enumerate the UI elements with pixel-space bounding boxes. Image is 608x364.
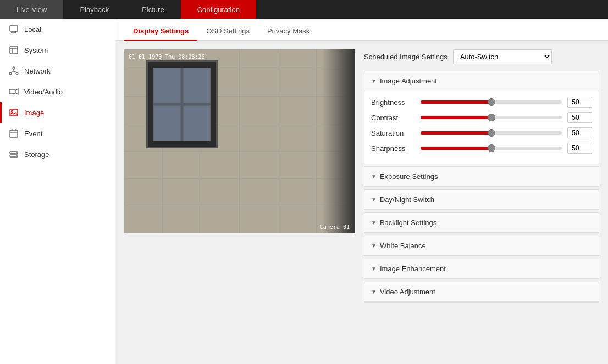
main-layout: Local System (0, 19, 608, 364)
svg-point-15 (12, 111, 13, 113)
window-pane (183, 105, 211, 141)
content-area: 01 01 1970 Thu 08:08:26 Camera 01 Schedu… (115, 41, 608, 313)
section-title-exposure: Exposure Settings (380, 172, 438, 181)
svg-point-23 (16, 155, 17, 156)
section-exposure-settings: ▼ Exposure Settings (364, 166, 599, 187)
system-icon (9, 45, 19, 55)
slider-fill-sharpness (421, 147, 491, 150)
sidebar-item-storage[interactable]: Storage (0, 144, 115, 165)
slider-fill-saturation (421, 131, 491, 135)
section-image-enhancement: ▼ Image Enhancement (364, 259, 599, 279)
chevron-icon: ▼ (371, 78, 377, 84)
storage-icon (9, 149, 19, 159)
chevron-icon: ▼ (371, 220, 377, 226)
slider-value-brightness (567, 97, 592, 108)
sidebar-label-storage: Storage (24, 150, 49, 159)
sidebar-item-system[interactable]: System (0, 40, 115, 60)
tab-privacy-mask[interactable]: Privacy Mask (258, 23, 318, 41)
section-title-image-adjustment: Image Adjustment (380, 77, 437, 85)
section-day-night: ▼ Day/Night Switch (364, 189, 599, 210)
slider-label-brightness: Brightness (371, 98, 415, 107)
section-title-backlight: Backlight Settings (380, 219, 436, 227)
slider-value-sharpness (567, 143, 592, 154)
section-header-image-adjustment[interactable]: ▼ Image Adjustment (364, 71, 599, 91)
sidebar-item-image[interactable]: Image (0, 102, 115, 123)
nav-playback[interactable]: Playback (63, 0, 125, 19)
section-header-white-balance[interactable]: ▼ White Balance (364, 236, 599, 256)
slider-track-contrast[interactable] (421, 116, 562, 119)
slider-track-saturation[interactable] (421, 131, 562, 135)
svg-rect-14 (10, 109, 18, 116)
section-white-balance: ▼ White Balance (364, 236, 599, 256)
camera-timestamp: 01 01 1970 Thu 08:08:26 (129, 54, 204, 60)
scheduled-select[interactable]: Auto-Switch Scheduled Manual (453, 49, 552, 64)
slider-label-sharpness: Sharpness (371, 144, 415, 153)
slider-row-sharpness: Sharpness (371, 143, 592, 154)
slider-thumb-brightness[interactable] (488, 98, 495, 106)
section-header-exposure[interactable]: ▼ Exposure Settings (364, 167, 599, 187)
slider-value-contrast (567, 112, 592, 123)
window-frame (146, 60, 218, 148)
slider-thumb-contrast[interactable] (488, 114, 495, 121)
video-audio-icon (9, 87, 19, 97)
nav-configuration[interactable]: Configuration (181, 0, 256, 19)
section-content-image-adjustment: Brightness Contrast (364, 91, 599, 164)
svg-point-22 (16, 152, 17, 153)
dark-gradient (322, 49, 355, 233)
section-header-image-enhancement[interactable]: ▼ Image Enhancement (364, 259, 599, 279)
svg-line-12 (14, 71, 17, 72)
section-header-day-night[interactable]: ▼ Day/Night Switch (364, 190, 599, 210)
sidebar-item-video-audio[interactable]: Video/Audio (0, 81, 115, 102)
tab-osd-settings[interactable]: OSD Settings (197, 23, 258, 41)
chevron-icon: ▼ (371, 197, 377, 203)
camera-feed: 01 01 1970 Thu 08:08:26 Camera 01 (124, 49, 355, 233)
slider-label-contrast: Contrast (371, 114, 415, 122)
slider-thumb-sharpness[interactable] (488, 144, 495, 152)
chevron-icon: ▼ (371, 173, 377, 180)
scheduled-label: Scheduled Image Settings (364, 53, 447, 61)
scheduled-image-row: Scheduled Image Settings Auto-Switch Sch… (364, 49, 599, 64)
slider-input-contrast[interactable] (567, 112, 592, 123)
nav-live-view[interactable]: Live View (0, 0, 63, 19)
svg-rect-4 (10, 46, 18, 54)
chevron-icon: ▼ (371, 266, 377, 272)
section-header-backlight[interactable]: ▼ Backlight Settings (364, 213, 599, 233)
event-icon (9, 128, 19, 138)
nav-picture[interactable]: Picture (125, 0, 180, 19)
main-content: Display Settings OSD Settings Privacy Ma… (115, 19, 608, 364)
slider-input-brightness[interactable] (567, 97, 592, 108)
slider-row-brightness: Brightness (371, 97, 592, 108)
tab-display-settings[interactable]: Display Settings (124, 23, 197, 41)
network-icon (9, 66, 19, 76)
window-inner (153, 68, 211, 141)
svg-rect-13 (9, 89, 15, 94)
slider-track-sharpness[interactable] (421, 147, 562, 150)
slider-fill-contrast (421, 116, 491, 119)
section-title-video-adjustment: Video Adjustment (380, 288, 435, 296)
sub-tabs: Display Settings OSD Settings Privacy Ma… (115, 19, 608, 41)
top-navigation: Live View Playback Picture Configuration (0, 0, 608, 19)
image-icon (9, 108, 19, 117)
section-title-image-enhancement: Image Enhancement (380, 265, 446, 273)
section-header-video-adjustment[interactable]: ▼ Video Adjustment (364, 282, 599, 302)
svg-point-7 (13, 67, 15, 69)
sidebar-label-system: System (24, 46, 48, 54)
chevron-icon: ▼ (371, 243, 377, 249)
sidebar-item-local[interactable]: Local (0, 19, 115, 40)
chevron-icon: ▼ (371, 289, 377, 295)
sidebar-item-network[interactable]: Network (0, 60, 115, 81)
sidebar-item-event[interactable]: Event (0, 123, 115, 144)
slider-track-brightness[interactable] (421, 100, 562, 104)
slider-thumb-saturation[interactable] (488, 129, 495, 137)
sidebar: Local System (0, 19, 115, 364)
svg-point-8 (9, 72, 12, 75)
local-icon (9, 24, 19, 34)
slider-input-saturation[interactable] (567, 127, 592, 138)
section-title-white-balance: White Balance (380, 242, 426, 250)
slider-fill-brightness (421, 100, 491, 104)
slider-input-sharpness[interactable] (567, 143, 592, 154)
sidebar-label-event: Event (24, 130, 42, 138)
sidebar-label-local: Local (24, 25, 41, 33)
window-pane (183, 68, 211, 103)
camera-preview: 01 01 1970 Thu 08:08:26 Camera 01 (124, 49, 355, 305)
